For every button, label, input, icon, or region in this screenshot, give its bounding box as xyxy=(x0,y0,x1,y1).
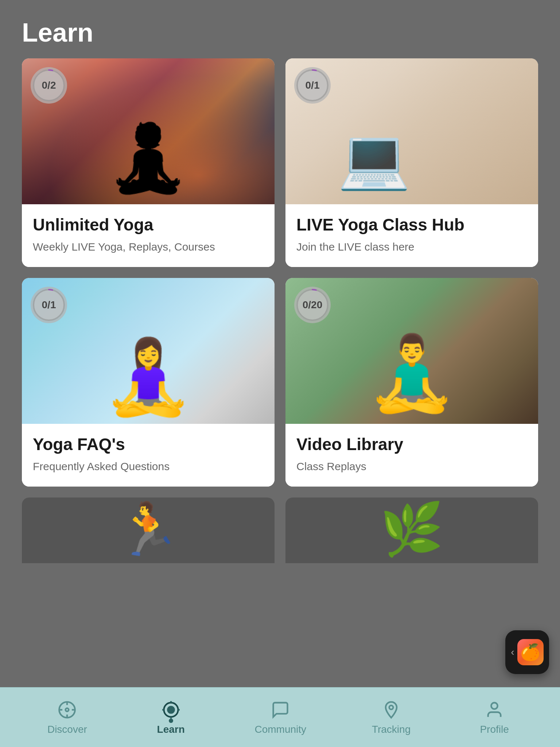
active-indicator xyxy=(169,719,173,723)
learn-svg xyxy=(162,700,180,719)
nav-item-discover[interactable]: Discover xyxy=(33,696,102,739)
card-image-wrapper-3: 0/1 xyxy=(22,278,275,424)
progress-text-4: 0/20 xyxy=(303,299,323,311)
floating-button-inner: ‹ 🍊 xyxy=(511,639,543,665)
card-content-1: Unlimited Yoga Weekly LIVE Yoga, Replays… xyxy=(22,204,275,267)
nav-item-profile[interactable]: Profile xyxy=(462,696,527,739)
progress-inner-3: 0/1 xyxy=(33,289,65,321)
progress-text-1: 0/2 xyxy=(42,80,56,91)
page-content: Learn 0/2 Unlimited Yoga xyxy=(0,0,560,636)
progress-inner-4: 0/20 xyxy=(296,289,328,321)
page-header: Learn xyxy=(0,0,560,58)
community-icon xyxy=(270,700,291,720)
card-live-yoga-hub[interactable]: 0/1 LIVE Yoga Class Hub Join the LIVE cl… xyxy=(285,58,538,267)
progress-badge-3: 0/1 xyxy=(31,287,67,323)
card-yoga-faqs[interactable]: 0/1 Yoga FAQ's Frequently Asked Question… xyxy=(22,278,275,487)
card-image-wrapper-2: 0/1 xyxy=(285,58,538,204)
chevron-left-icon: ‹ xyxy=(511,646,514,658)
bottom-navigation: Discover Learn xyxy=(0,687,560,747)
card-subtitle-2: Join the LIVE class here xyxy=(296,240,527,254)
partial-card-right[interactable] xyxy=(285,498,538,563)
nav-item-learn[interactable]: Learn xyxy=(138,696,204,739)
card-content-2: LIVE Yoga Class Hub Join the LIVE class … xyxy=(285,204,538,267)
nav-icon-wrapper-tracking xyxy=(381,700,401,720)
svg-point-20 xyxy=(389,705,393,709)
app-icon: 🍊 xyxy=(517,639,544,665)
card-content-3: Yoga FAQ's Frequently Asked Questions xyxy=(22,424,275,487)
progress-text-2: 0/1 xyxy=(306,80,320,91)
card-subtitle-4: Class Replays xyxy=(296,459,527,473)
nav-label-tracking: Tracking xyxy=(372,724,411,735)
nav-icon-wrapper-profile xyxy=(484,700,505,720)
card-video-library[interactable]: 0/20 Video Library Class Replays xyxy=(285,278,538,487)
nav-icon-wrapper-learn xyxy=(161,700,181,720)
nav-icon-wrapper-discover xyxy=(57,700,77,720)
nav-item-community[interactable]: Community xyxy=(240,696,321,739)
progress-badge-1: 0/2 xyxy=(31,67,67,104)
compass-svg xyxy=(58,700,77,719)
progress-badge-2: 0/1 xyxy=(294,67,331,104)
partial-cards-grid xyxy=(0,498,560,563)
card-subtitle-3: Frequently Asked Questions xyxy=(33,459,264,473)
card-title-2: LIVE Yoga Class Hub xyxy=(296,215,527,235)
nav-label-learn: Learn xyxy=(157,724,185,735)
community-svg xyxy=(271,700,290,719)
progress-badge-4: 0/20 xyxy=(294,287,331,323)
cards-grid: 0/2 Unlimited Yoga Weekly LIVE Yoga, Rep… xyxy=(0,58,560,498)
card-unlimited-yoga[interactable]: 0/2 Unlimited Yoga Weekly LIVE Yoga, Rep… xyxy=(22,58,275,267)
nav-item-tracking[interactable]: Tracking xyxy=(357,696,425,739)
tracking-icon xyxy=(381,700,401,720)
svg-point-14 xyxy=(168,707,174,713)
svg-point-21 xyxy=(491,703,497,709)
floating-action-button[interactable]: ‹ 🍊 xyxy=(505,630,549,674)
profile-svg xyxy=(485,700,504,719)
learn-icon xyxy=(161,700,181,720)
progress-inner-2: 0/1 xyxy=(296,69,328,101)
card-content-4: Video Library Class Replays xyxy=(285,424,538,487)
tracking-svg xyxy=(382,700,401,719)
card-title-1: Unlimited Yoga xyxy=(33,215,264,235)
nav-label-discover: Discover xyxy=(47,724,87,735)
card-subtitle-1: Weekly LIVE Yoga, Replays, Courses xyxy=(33,240,264,254)
card-image-wrapper: 0/2 xyxy=(22,58,275,204)
profile-icon xyxy=(484,700,505,720)
compass-icon xyxy=(57,700,77,720)
page-title: Learn xyxy=(22,18,538,47)
card-image-wrapper-4: 0/20 xyxy=(285,278,538,424)
nav-label-profile: Profile xyxy=(480,724,509,735)
svg-point-9 xyxy=(66,708,69,711)
progress-inner-1: 0/2 xyxy=(33,69,65,101)
card-title-3: Yoga FAQ's xyxy=(33,435,264,454)
nav-icon-wrapper-community xyxy=(270,700,291,720)
nav-label-community: Community xyxy=(254,724,306,735)
card-title-4: Video Library xyxy=(296,435,527,454)
partial-card-left[interactable] xyxy=(22,498,275,563)
progress-text-3: 0/1 xyxy=(42,299,56,311)
